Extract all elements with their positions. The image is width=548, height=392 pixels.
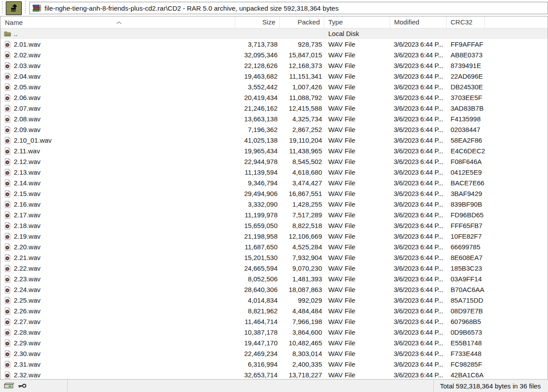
wav-file-icon [4, 212, 11, 219]
file-type: WAV File [324, 295, 390, 306]
file-row[interactable]: 2.08.wav 13,663,138 4,325,734 WAV File 3… [0, 114, 548, 124]
statusbar-left-panel [0, 380, 68, 392]
file-type: WAV File [324, 50, 390, 60]
file-row[interactable]: 2.09.wav 7,196,362 2,867,252 WAV File 3/… [0, 124, 548, 135]
file-row[interactable]: 2.31.wav 6,316,994 2,400,335 WAV File 3/… [0, 359, 548, 370]
file-list: Name Size Packed Type Modified CRC32 .. [0, 16, 548, 379]
file-size: 7,196,362 [235, 124, 280, 135]
file-row[interactable]: 2.17.wav 11,199,978 7,517,289 WAV File 3… [0, 210, 548, 220]
file-row[interactable]: 2.23.wav 8,052,506 1,481,393 WAV File 3/… [0, 274, 548, 284]
file-size: 11,687,650 [235, 242, 280, 252]
wav-file-icon [4, 318, 11, 325]
file-row[interactable]: 2.27.wav 11,464,714 7,966,198 WAV File 3… [0, 316, 548, 327]
file-packed: 11,151,341 [280, 71, 324, 82]
file-row[interactable]: 2.04.wav 19,463,682 11,151,341 WAV File … [0, 71, 548, 82]
file-packed: 4,525,284 [280, 242, 324, 252]
file-size: 32,095,346 [235, 50, 280, 60]
file-row[interactable]: 2.32.wav 32,653,714 13,718,227 WAV File … [0, 370, 548, 379]
column-header-type[interactable]: Type [324, 16, 390, 28]
file-modified: 3/6/2023 6:44 P... [390, 146, 447, 156]
file-size: 13,663,138 [235, 114, 280, 124]
file-row[interactable]: 2.11.wav 19,965,434 11,438,965 WAV File … [0, 146, 548, 156]
file-modified: 3/6/2023 6:44 P... [390, 338, 447, 348]
file-row[interactable]: 2.03.wav 22,128,626 12,168,373 WAV File … [0, 60, 548, 71]
drive-icon[interactable] [4, 382, 15, 389]
file-packed: 7,932,904 [280, 252, 324, 263]
file-crc32: DB24530E [447, 82, 485, 92]
file-modified: 3/6/2023 6:44 P... [390, 199, 447, 210]
key-icon[interactable] [18, 383, 27, 389]
file-packed: 18,087,863 [280, 284, 324, 295]
file-packed: 12,415,588 [280, 103, 324, 114]
file-packed: 11,088,792 [280, 92, 324, 103]
file-type: WAV File [324, 359, 390, 370]
file-row[interactable]: 2.18.wav 15,659,050 8,822,518 WAV File 3… [0, 220, 548, 231]
up-one-level-button[interactable] [6, 1, 22, 15]
file-row[interactable]: 2.24.wav 28,640,306 18,087,863 WAV File … [0, 284, 548, 295]
file-type: WAV File [324, 274, 390, 284]
file-crc32: F4135998 [447, 114, 485, 124]
file-modified: 3/6/2023 6:44 P... [390, 284, 447, 295]
file-row[interactable]: 2.07.wav 21,246,162 12,415,588 WAV File … [0, 103, 548, 114]
file-row[interactable]: 2.06.wav 20,419,434 11,088,792 WAV File … [0, 92, 548, 103]
file-row[interactable]: 2.22.wav 24,665,594 9,070,230 WAV File 3… [0, 263, 548, 274]
file-row[interactable]: 2.29.wav 19,447,170 10,482,465 WAV File … [0, 338, 548, 348]
rar-archive-icon [32, 4, 41, 12]
file-name: 2.19.wav [14, 231, 40, 242]
file-type: WAV File [324, 39, 390, 50]
wav-file-icon [4, 265, 11, 272]
file-row[interactable]: 2.10_01.wav 41,025,138 19,110,204 WAV Fi… [0, 135, 548, 146]
file-modified: 3/6/2023 6:44 P... [390, 210, 447, 220]
file-type: WAV File [324, 242, 390, 252]
file-row[interactable]: 2.12.wav 22,944,978 8,545,502 WAV File 3… [0, 156, 548, 167]
toolbar-gripper[interactable] [24, 1, 27, 15]
column-header-size[interactable]: Size [235, 16, 280, 28]
file-packed: 4,618,680 [280, 167, 324, 178]
file-row[interactable]: 2.20.wav 11,687,650 4,525,284 WAV File 3… [0, 242, 548, 252]
file-row[interactable]: 2.02.wav 32,095,346 15,847,015 WAV File … [0, 50, 548, 60]
column-header-modified[interactable]: Modified [390, 16, 447, 28]
file-modified: 3/6/2023 6:44 P... [390, 178, 447, 188]
file-row[interactable]: 2.01.wav 3,713,738 928,735 WAV File 3/6/… [0, 39, 548, 50]
file-type: WAV File [324, 338, 390, 348]
file-modified: 3/6/2023 6:44 P... [390, 114, 447, 124]
parent-directory-row[interactable]: .. Local Disk [0, 28, 548, 39]
file-crc32: 3703EE5F [447, 92, 485, 103]
file-row[interactable]: 2.05.wav 3,552,442 1,007,426 WAV File 3/… [0, 82, 548, 92]
column-header-packed[interactable]: Packed [280, 16, 324, 28]
file-size: 21,246,162 [235, 103, 280, 114]
file-name: 2.23.wav [14, 274, 40, 284]
toolbar-gripper[interactable] [1, 1, 4, 15]
file-row[interactable]: 2.19.wav 21,198,958 12,106,669 WAV File … [0, 231, 548, 242]
file-row[interactable]: 2.26.wav 8,821,962 4,484,484 WAV File 3/… [0, 306, 548, 316]
file-row[interactable]: 2.28.wav 10,387,178 3,864,600 WAV File 3… [0, 327, 548, 338]
file-packed: 16,867,551 [280, 188, 324, 199]
file-row[interactable]: 2.30.wav 22,469,234 8,303,014 WAV File 3… [0, 348, 548, 359]
file-name: 2.07.wav [14, 103, 40, 114]
column-header-name[interactable]: Name [0, 16, 235, 28]
file-type: WAV File [324, 92, 390, 103]
file-name: 2.10_01.wav [14, 135, 52, 146]
file-row[interactable]: 2.21.wav 15,201,530 7,932,904 WAV File 3… [0, 252, 548, 263]
column-header-crc32[interactable]: CRC32 [447, 16, 485, 28]
file-row[interactable]: 2.16.wav 3,332,090 1,428,255 WAV File 3/… [0, 199, 548, 210]
file-packed: 12,106,669 [280, 231, 324, 242]
file-row[interactable]: 2.13.wav 11,139,594 4,618,680 WAV File 3… [0, 167, 548, 178]
file-row[interactable]: 2.15.wav 29,494,906 16,867,551 WAV File … [0, 188, 548, 199]
file-name: 2.18.wav [14, 220, 40, 231]
file-name: 2.20.wav [14, 242, 40, 252]
file-modified: 3/6/2023 6:44 P... [390, 71, 447, 82]
file-packed: 4,325,734 [280, 114, 324, 124]
file-packed: 992,029 [280, 295, 324, 306]
file-size: 10,387,178 [235, 327, 280, 338]
wav-file-icon [4, 84, 11, 91]
file-row[interactable]: 2.14.wav 9,346,794 3,474,427 WAV File 3/… [0, 178, 548, 188]
file-name: 2.06.wav [14, 92, 40, 103]
file-name: 2.12.wav [14, 156, 40, 167]
file-size: 11,139,594 [235, 167, 280, 178]
address-bar[interactable]: file-nghe-tieng-anh-8-friends-plus-cd2.r… [29, 2, 548, 14]
file-row[interactable]: 2.25.wav 4,014,834 992,029 WAV File 3/6/… [0, 295, 548, 306]
file-crc32: 3BAF9429 [447, 188, 485, 199]
winrar-window: file-nghe-tieng-anh-8-friends-plus-cd2.r… [0, 0, 548, 392]
wav-file-icon [4, 297, 11, 304]
